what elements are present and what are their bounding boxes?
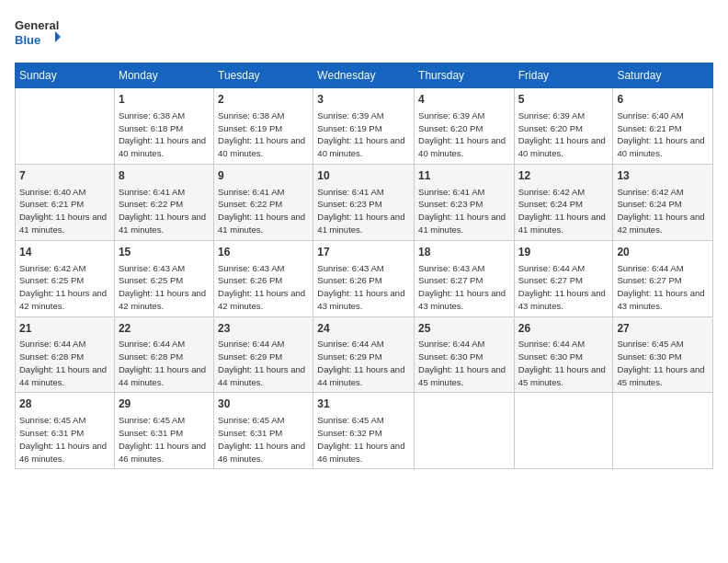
day-info: Sunrise: 6:43 AMSunset: 6:26 PMDaylight:… <box>218 262 309 313</box>
calendar-cell: 12Sunrise: 6:42 AMSunset: 6:24 PMDayligh… <box>514 164 613 240</box>
calendar-cell: 17Sunrise: 6:43 AMSunset: 6:26 PMDayligh… <box>313 240 415 316</box>
logo: General Blue <box>15 15 61 53</box>
day-info: Sunrise: 6:38 AMSunset: 6:18 PMDaylight:… <box>119 109 210 160</box>
weekday-header-row: SundayMondayTuesdayWednesdayThursdayFrid… <box>16 63 713 88</box>
day-number: 20 <box>617 245 709 260</box>
day-number: 28 <box>19 396 110 412</box>
day-number: 19 <box>518 245 609 260</box>
day-info: Sunrise: 6:45 AMSunset: 6:31 PMDaylight:… <box>119 414 210 465</box>
calendar-cell: 3Sunrise: 6:39 AMSunset: 6:19 PMDaylight… <box>313 88 415 165</box>
day-info: Sunrise: 6:39 AMSunset: 6:19 PMDaylight:… <box>317 109 410 160</box>
day-number: 12 <box>518 168 609 184</box>
calendar-cell: 25Sunrise: 6:44 AMSunset: 6:30 PMDayligh… <box>415 316 515 393</box>
calendar-cell: 30Sunrise: 6:45 AMSunset: 6:31 PMDayligh… <box>214 393 313 469</box>
calendar-cell: 15Sunrise: 6:43 AMSunset: 6:25 PMDayligh… <box>114 240 213 316</box>
weekday-header-wednesday: Wednesday <box>313 63 415 88</box>
logo-svg: General Blue <box>15 15 61 53</box>
day-number: 14 <box>19 245 110 260</box>
calendar-cell: 10Sunrise: 6:41 AMSunset: 6:23 PMDayligh… <box>313 164 415 240</box>
calendar-cell: 4Sunrise: 6:39 AMSunset: 6:20 PMDaylight… <box>415 88 515 165</box>
day-number: 7 <box>19 168 110 184</box>
calendar-cell: 27Sunrise: 6:45 AMSunset: 6:30 PMDayligh… <box>613 316 713 393</box>
day-number: 27 <box>617 321 709 337</box>
day-number: 4 <box>418 92 510 108</box>
day-info: Sunrise: 6:43 AMSunset: 6:27 PMDaylight:… <box>418 262 510 313</box>
weekday-header-monday: Monday <box>114 63 213 88</box>
day-info: Sunrise: 6:44 AMSunset: 6:28 PMDaylight:… <box>119 338 210 388</box>
day-info: Sunrise: 6:45 AMSunset: 6:31 PMDaylight:… <box>19 414 110 465</box>
calendar-cell: 5Sunrise: 6:39 AMSunset: 6:20 PMDaylight… <box>514 88 613 165</box>
day-number: 23 <box>218 321 309 337</box>
calendar-cell <box>16 88 115 165</box>
svg-text:General: General <box>15 18 59 32</box>
calendar-cell: 24Sunrise: 6:44 AMSunset: 6:29 PMDayligh… <box>313 316 415 393</box>
calendar-cell: 31Sunrise: 6:45 AMSunset: 6:32 PMDayligh… <box>313 393 415 469</box>
day-number: 15 <box>119 245 210 260</box>
day-info: Sunrise: 6:44 AMSunset: 6:28 PMDaylight:… <box>19 338 110 388</box>
week-row-2: 7Sunrise: 6:40 AMSunset: 6:21 PMDaylight… <box>16 164 713 240</box>
week-row-3: 14Sunrise: 6:42 AMSunset: 6:25 PMDayligh… <box>16 240 713 316</box>
day-number: 6 <box>617 92 709 108</box>
day-info: Sunrise: 6:39 AMSunset: 6:20 PMDaylight:… <box>518 109 609 160</box>
weekday-header-thursday: Thursday <box>415 63 515 88</box>
calendar-cell: 8Sunrise: 6:41 AMSunset: 6:22 PMDaylight… <box>114 164 213 240</box>
calendar-cell: 2Sunrise: 6:38 AMSunset: 6:19 PMDaylight… <box>214 88 313 165</box>
calendar-cell <box>514 393 613 469</box>
day-info: Sunrise: 6:45 AMSunset: 6:30 PMDaylight:… <box>617 338 709 388</box>
week-row-5: 28Sunrise: 6:45 AMSunset: 6:31 PMDayligh… <box>16 393 713 469</box>
day-info: Sunrise: 6:40 AMSunset: 6:21 PMDaylight:… <box>19 186 110 236</box>
svg-text:Blue: Blue <box>15 33 40 47</box>
calendar-cell: 1Sunrise: 6:38 AMSunset: 6:18 PMDaylight… <box>114 88 213 165</box>
calendar-body: 1Sunrise: 6:38 AMSunset: 6:18 PMDaylight… <box>16 88 713 469</box>
day-info: Sunrise: 6:41 AMSunset: 6:22 PMDaylight:… <box>218 186 309 236</box>
day-number: 8 <box>119 168 210 184</box>
calendar-cell: 26Sunrise: 6:44 AMSunset: 6:30 PMDayligh… <box>514 316 613 393</box>
calendar-cell: 19Sunrise: 6:44 AMSunset: 6:27 PMDayligh… <box>514 240 613 316</box>
svg-marker-2 <box>55 31 61 42</box>
day-info: Sunrise: 6:43 AMSunset: 6:25 PMDaylight:… <box>119 262 210 313</box>
day-info: Sunrise: 6:42 AMSunset: 6:24 PMDaylight:… <box>518 186 609 236</box>
day-info: Sunrise: 6:41 AMSunset: 6:23 PMDaylight:… <box>317 186 410 236</box>
calendar-cell: 9Sunrise: 6:41 AMSunset: 6:22 PMDaylight… <box>214 164 313 240</box>
day-number: 18 <box>418 245 510 260</box>
day-info: Sunrise: 6:44 AMSunset: 6:30 PMDaylight:… <box>518 338 609 388</box>
day-number: 11 <box>418 168 510 184</box>
day-info: Sunrise: 6:38 AMSunset: 6:19 PMDaylight:… <box>218 109 309 160</box>
weekday-header-tuesday: Tuesday <box>214 63 313 88</box>
calendar-cell: 22Sunrise: 6:44 AMSunset: 6:28 PMDayligh… <box>114 316 213 393</box>
day-number: 1 <box>119 92 210 108</box>
weekday-header-friday: Friday <box>514 63 613 88</box>
day-info: Sunrise: 6:41 AMSunset: 6:22 PMDaylight:… <box>119 186 210 236</box>
week-row-1: 1Sunrise: 6:38 AMSunset: 6:18 PMDaylight… <box>16 88 713 165</box>
calendar-cell: 11Sunrise: 6:41 AMSunset: 6:23 PMDayligh… <box>415 164 515 240</box>
calendar-cell: 21Sunrise: 6:44 AMSunset: 6:28 PMDayligh… <box>16 316 115 393</box>
day-info: Sunrise: 6:45 AMSunset: 6:32 PMDaylight:… <box>317 414 410 465</box>
day-number: 24 <box>317 321 410 337</box>
day-info: Sunrise: 6:39 AMSunset: 6:20 PMDaylight:… <box>418 109 510 160</box>
day-number: 10 <box>317 168 410 184</box>
weekday-header-sunday: Sunday <box>16 63 115 88</box>
weekday-header-saturday: Saturday <box>613 63 713 88</box>
day-number: 26 <box>518 321 609 337</box>
calendar-table: SundayMondayTuesdayWednesdayThursdayFrid… <box>15 63 713 469</box>
day-number: 30 <box>218 396 309 412</box>
day-info: Sunrise: 6:42 AMSunset: 6:25 PMDaylight:… <box>19 262 110 313</box>
day-info: Sunrise: 6:44 AMSunset: 6:27 PMDaylight:… <box>518 262 609 313</box>
day-number: 16 <box>218 245 309 260</box>
day-info: Sunrise: 6:40 AMSunset: 6:21 PMDaylight:… <box>617 109 709 160</box>
day-info: Sunrise: 6:42 AMSunset: 6:24 PMDaylight:… <box>617 186 709 236</box>
day-number: 2 <box>218 92 309 108</box>
day-info: Sunrise: 6:44 AMSunset: 6:27 PMDaylight:… <box>617 262 709 313</box>
day-info: Sunrise: 6:41 AMSunset: 6:23 PMDaylight:… <box>418 186 510 236</box>
day-info: Sunrise: 6:43 AMSunset: 6:26 PMDaylight:… <box>317 262 410 313</box>
calendar-cell: 23Sunrise: 6:44 AMSunset: 6:29 PMDayligh… <box>214 316 313 393</box>
calendar-cell <box>415 393 515 469</box>
calendar-cell: 6Sunrise: 6:40 AMSunset: 6:21 PMDaylight… <box>613 88 713 165</box>
calendar-cell: 13Sunrise: 6:42 AMSunset: 6:24 PMDayligh… <box>613 164 713 240</box>
day-number: 5 <box>518 92 609 108</box>
calendar-cell <box>613 393 713 469</box>
calendar-container: General Blue SundayMondayTuesdayWednesda… <box>0 0 728 563</box>
day-number: 25 <box>418 321 510 337</box>
day-number: 9 <box>218 168 309 184</box>
day-info: Sunrise: 6:44 AMSunset: 6:29 PMDaylight:… <box>218 338 309 388</box>
